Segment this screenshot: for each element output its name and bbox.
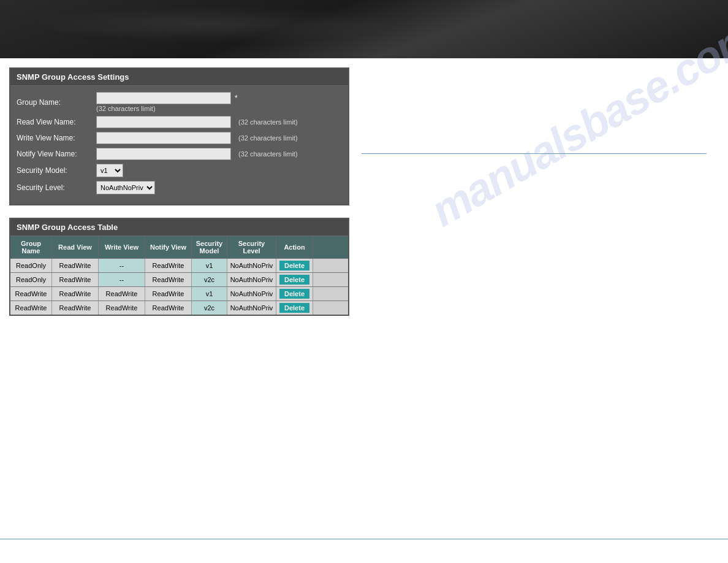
notify-view-label: Notify View Name:: [17, 150, 96, 158]
write-view-char-limit: (32 characters limit): [238, 134, 298, 142]
group-name-row: Group Name: * (32 characters limit): [17, 92, 342, 112]
td-write-view-1: --: [99, 259, 145, 272]
write-view-input-row: (32 characters limit): [96, 132, 298, 144]
td-notify-view-3: ReadWrite: [145, 287, 192, 301]
group-name-char-limit: (32 characters limit): [96, 105, 238, 112]
td-group-name-1: ReadOnly: [10, 259, 52, 272]
delete-button-3[interactable]: Delete: [279, 289, 309, 299]
group-name-input[interactable]: [96, 92, 231, 104]
right-panel: manualsbase.com: [349, 67, 719, 529]
th-security-level: Security Level: [227, 236, 276, 258]
delete-button-4[interactable]: Delete: [279, 303, 309, 313]
security-model-label: Security Model:: [17, 166, 96, 175]
td-sec-level-4: NoAuthNoPriv: [227, 301, 276, 315]
read-view-input-row: (32 characters limit): [96, 116, 298, 128]
read-view-row: Read View Name: (32 characters limit): [17, 116, 342, 128]
th-read-view: Read View: [52, 236, 99, 258]
footer: [0, 538, 728, 563]
header-banner: [0, 0, 728, 58]
td-read-view-1: ReadWrite: [52, 259, 99, 272]
td-group-name-4: ReadWrite: [10, 301, 52, 315]
security-model-select[interactable]: v1 v2c v3: [96, 164, 123, 177]
security-level-select[interactable]: NoAuthNoPriv AuthNoPriv AuthPriv: [96, 181, 155, 194]
td-sec-level-2: NoAuthNoPriv: [227, 273, 276, 286]
td-notify-view-2: ReadWrite: [145, 273, 192, 286]
read-view-label: Read View Name:: [17, 118, 96, 126]
table-header-row: Group Name Read View Write View Notify V…: [10, 236, 348, 258]
td-write-view-4: ReadWrite: [99, 301, 145, 315]
right-divider-line: [362, 153, 707, 154]
security-level-label: Security Level:: [17, 183, 96, 192]
td-read-view-2: ReadWrite: [52, 273, 99, 286]
settings-panel-title: SNMP Group Access Settings: [10, 69, 348, 86]
notify-view-input[interactable]: [96, 148, 231, 160]
td-notify-view-1: ReadWrite: [145, 259, 192, 272]
td-notify-view-4: ReadWrite: [145, 301, 192, 315]
td-action-1: Delete: [276, 259, 313, 272]
td-action-3: Delete: [276, 287, 313, 301]
delete-button-2[interactable]: Delete: [279, 275, 309, 285]
left-panel: SNMP Group Access Settings Group Name: *…: [9, 67, 349, 529]
td-sec-level-3: NoAuthNoPriv: [227, 287, 276, 301]
read-view-input[interactable]: [96, 116, 231, 128]
table-panel-title: SNMP Group Access Table: [10, 219, 348, 236]
th-group-name: Group Name: [10, 236, 52, 258]
td-write-view-3: ReadWrite: [99, 287, 145, 301]
th-notify-view: Notify View: [145, 236, 192, 258]
security-level-row: Security Level: NoAuthNoPriv AuthNoPriv …: [17, 181, 342, 194]
td-sec-level-1: NoAuthNoPriv: [227, 259, 276, 272]
required-star: *: [235, 94, 238, 102]
settings-panel: SNMP Group Access Settings Group Name: *…: [9, 67, 349, 205]
td-group-name-3: ReadWrite: [10, 287, 52, 301]
security-model-row: Security Model: v1 v2c v3: [17, 164, 342, 177]
table-row: ReadOnly ReadWrite -- ReadWrite v2c NoAu…: [10, 272, 348, 286]
td-sec-model-1: v1: [192, 259, 227, 272]
td-read-view-4: ReadWrite: [52, 301, 99, 315]
main-content: SNMP Group Access Settings Group Name: *…: [0, 58, 728, 538]
write-view-label: Write View Name:: [17, 134, 96, 142]
write-view-row: Write View Name: (32 characters limit): [17, 132, 342, 144]
settings-panel-body: Group Name: * (32 characters limit) Read…: [10, 86, 348, 204]
write-view-input[interactable]: [96, 132, 231, 144]
group-name-label: Group Name:: [17, 98, 96, 107]
td-group-name-2: ReadOnly: [10, 273, 52, 286]
td-sec-model-4: v2c: [192, 301, 227, 315]
td-sec-model-2: v2c: [192, 273, 227, 286]
notify-view-char-limit: (32 characters limit): [238, 150, 298, 158]
table-row: ReadWrite ReadWrite ReadWrite ReadWrite …: [10, 286, 348, 301]
notify-view-row: Notify View Name: (32 characters limit): [17, 148, 342, 160]
td-write-view-2: --: [99, 273, 145, 286]
group-name-input-row: *: [96, 92, 238, 104]
delete-button-1[interactable]: Delete: [279, 261, 309, 270]
table-body: Group Name Read View Write View Notify V…: [10, 236, 348, 315]
group-name-input-group: * (32 characters limit): [96, 92, 238, 112]
table-panel: SNMP Group Access Table Group Name Read …: [9, 218, 349, 316]
notify-view-input-row: (32 characters limit): [96, 148, 298, 160]
td-action-4: Delete: [276, 301, 313, 315]
td-read-view-3: ReadWrite: [52, 287, 99, 301]
table-row: ReadWrite ReadWrite ReadWrite ReadWrite …: [10, 301, 348, 315]
table-row: ReadOnly ReadWrite -- ReadWrite v1 NoAut…: [10, 258, 348, 272]
th-security-model: Security Model: [192, 236, 227, 258]
th-action: Action: [276, 236, 313, 258]
read-view-char-limit: (32 characters limit): [238, 118, 298, 126]
td-action-2: Delete: [276, 273, 313, 286]
th-write-view: Write View: [99, 236, 145, 258]
td-sec-model-3: v1: [192, 287, 227, 301]
